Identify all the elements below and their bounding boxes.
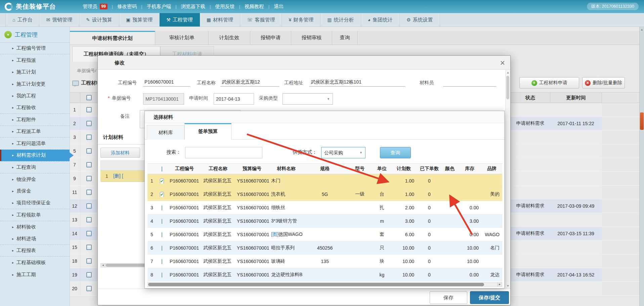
apply-date-input[interactable]: 2017-04-13	[214, 93, 254, 105]
supply-mode-select[interactable]: 公司采购 ▼	[321, 147, 366, 158]
nav-item-统计分析[interactable]: ▥统计分析	[320, 13, 361, 27]
table-row[interactable]: 1	[69, 103, 97, 117]
tab-计划生效[interactable]: 计划生效	[209, 31, 250, 45]
notification-badge[interactable]: 99	[100, 4, 108, 9]
picker-row-checkbox[interactable]	[162, 259, 162, 264]
picker-row-checkbox[interactable]	[162, 205, 162, 210]
page-scrollbar[interactable]: ▲	[639, 27, 644, 306]
table-row[interactable]	[511, 103, 640, 117]
nav-item-预算管理[interactable]: ▣预算管理	[119, 13, 160, 27]
query-button[interactable]: 查询	[380, 147, 411, 158]
picker-row[interactable]: 7P1606070001武侯区新北五YS1606070001玻璃砖135块10.…	[147, 255, 502, 268]
scrollbar-up-icon[interactable]: ▲	[640, 28, 644, 31]
table-row[interactable]: 14	[69, 227, 97, 241]
select-all-checkbox[interactable]	[162, 166, 162, 171]
plan-row-delete-link[interactable]: [删] [	[113, 173, 123, 179]
table-row[interactable]: 18	[69, 254, 97, 268]
plan-h-scrollbar-thumb[interactable]	[106, 264, 149, 267]
order-no-input[interactable]: MP1704130001	[143, 93, 184, 105]
sidebar-item-工程附件[interactable]: ▸工程附件	[0, 114, 70, 126]
table-row[interactable]: 3	[69, 131, 97, 144]
purchase-type-select[interactable]: ▼	[283, 93, 333, 105]
scroll-up-icon[interactable]: ▲	[506, 71, 510, 74]
sidebar-item-施工计划[interactable]: ▸施工计划	[0, 66, 70, 78]
picker-row-checkbox[interactable]	[162, 232, 162, 237]
sidebar-item-工程编号管理[interactable]: ▸工程编号管理	[0, 42, 70, 54]
tab-审核计划单[interactable]: 审核计划单	[155, 31, 209, 45]
table-row[interactable]: 15	[69, 241, 97, 254]
nav-item-财务管理[interactable]: ¥财务管理	[282, 13, 320, 27]
nav-item-设计预算[interactable]: ✎设计预算	[79, 13, 119, 27]
topbar-link[interactable]: 手机客户端	[147, 3, 171, 10]
image-link[interactable]: [图]	[271, 232, 278, 237]
close-icon[interactable]: ×	[500, 57, 505, 68]
table-row[interactable]	[511, 213, 640, 227]
nav-item-系统设置[interactable]: ⚙系统设置	[400, 13, 440, 27]
picker-row-checkbox[interactable]	[162, 219, 162, 224]
row-checkbox[interactable]	[86, 162, 92, 167]
sidebar-item-施工计划变更[interactable]: ▸施工计划变更	[0, 78, 70, 90]
topbar-link[interactable]: 使用反馈	[215, 3, 234, 10]
row-checkbox[interactable]	[86, 203, 92, 209]
nav-item-客服管理[interactable]: ☏客服管理	[240, 13, 282, 27]
select-all-checkbox[interactable]	[86, 95, 92, 100]
scroll-right-icon[interactable]: ►	[497, 283, 502, 287]
modal-scrollbar[interactable]: ▲ ▼	[505, 70, 510, 289]
sidebar-item-工程报表[interactable]: ▸工程报表	[0, 245, 70, 257]
table-row[interactable]: 7	[69, 158, 97, 172]
sidebar-item-工程验收[interactable]: ▸工程验收	[0, 102, 70, 114]
table-row[interactable]	[511, 241, 640, 254]
row-checkbox[interactable]	[86, 258, 92, 264]
table-row[interactable]: 11	[69, 186, 97, 199]
plan-materials-tab[interactable]: 计划材料	[103, 134, 123, 141]
picker-row-checkbox[interactable]	[162, 246, 162, 251]
table-row[interactable]: 2	[69, 117, 97, 131]
table-row[interactable]: 申请材料需求2017-03-15 11:39	[511, 227, 640, 241]
tab-报销申请[interactable]: 报销申请	[250, 31, 291, 45]
scroll-left-icon[interactable]: ◄	[101, 263, 105, 267]
table-row[interactable]	[511, 172, 640, 186]
picker-row-checkbox[interactable]	[162, 272, 162, 277]
table-row[interactable]: 申请材料需求2017-03-09 09:49	[511, 199, 640, 213]
sidebar-item-工程派工单[interactable]: ▸工程派工单	[0, 126, 70, 138]
page-scrollbar-thumb[interactable]	[640, 112, 644, 130]
row-checkbox[interactable]	[86, 135, 92, 140]
nav-item-工程管理[interactable]: ⚒工程管理	[160, 13, 200, 27]
add-material-button[interactable]: 添加材料	[100, 148, 140, 158]
table-row[interactable]	[511, 186, 640, 199]
tab-查询[interactable]: 查询	[332, 31, 358, 45]
sidebar-item-工程查询[interactable]: ▸工程查询	[0, 161, 70, 173]
nav-item-材料管理[interactable]: ▦材料管理	[200, 13, 240, 27]
sidebar-item-我的工程[interactable]: ▸我的工程	[0, 90, 70, 102]
clerk-value[interactable]	[443, 79, 496, 87]
picker-row[interactable]: 8P1606070001武侯区新北五YS1606070001龙达硬性涂料Bkg1…	[147, 268, 502, 282]
table-row[interactable]	[511, 131, 640, 144]
picker-row[interactable]: 5P1606070001武侯区新北五YS1606070001[图]德国WAGO套…	[147, 228, 502, 241]
topbar-link[interactable]: 视频教程	[245, 3, 264, 10]
row-checkbox[interactable]	[86, 190, 92, 195]
row-checkbox[interactable]	[86, 217, 92, 222]
row-checkbox[interactable]	[86, 107, 92, 112]
tab-material-library[interactable]: 材料库	[147, 125, 184, 140]
topbar-link[interactable]: 浏览器下载	[181, 3, 206, 10]
search-input[interactable]	[185, 147, 262, 158]
table-row[interactable]	[511, 254, 640, 268]
table-row[interactable]	[511, 282, 640, 296]
sidebar-header[interactable]: ▾ 工程管理	[0, 27, 70, 43]
sidebar-item-项目经理保证金[interactable]: ▸项目经理保证金	[0, 197, 70, 209]
row-checkbox[interactable]	[86, 148, 92, 154]
modal-scrollbar-thumb[interactable]	[506, 76, 509, 99]
sidebar-item-材料进场[interactable]: ▸材料进场	[0, 233, 70, 245]
sidebar-item-物业押金[interactable]: ▸物业押金	[0, 173, 70, 186]
sidebar-item-工程基础模板[interactable]: ▸工程基础模板	[0, 257, 70, 269]
sidebar-item-材料需求计划[interactable]: ▸材料需求计划	[0, 150, 70, 162]
picker-row[interactable]: 1✔P1606070001武侯区新北五YS1606070001木门套1.000	[147, 174, 502, 188]
row-checkbox[interactable]	[86, 231, 92, 236]
table-row[interactable]: 申请材料需求2017-01-11 15:22	[511, 117, 640, 131]
picker-row[interactable]: 4P1606070001武侯区新北五YS16060700013*3镀锌方管m3.…	[147, 214, 502, 228]
table-row[interactable]: 13	[69, 213, 97, 227]
row-checkbox[interactable]	[86, 272, 92, 277]
save-button[interactable]: 保存	[430, 291, 467, 304]
sidebar-item-质保金[interactable]: ▸质保金	[0, 185, 70, 197]
picker-row[interactable]: 3P1606070001武侯区新北五YS1606070001细铁丝扎2.0000…	[147, 201, 502, 214]
